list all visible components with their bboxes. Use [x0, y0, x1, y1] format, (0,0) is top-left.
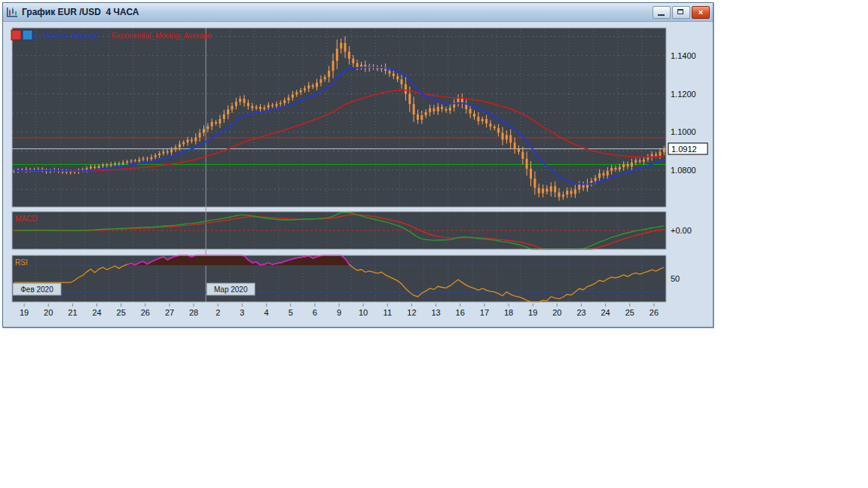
candle-body	[578, 185, 580, 189]
minimize-icon	[658, 14, 665, 16]
candle-body	[328, 71, 330, 77]
macd-zero-tick-label: +0.00	[671, 226, 692, 235]
chart-window: График EUR /USD 4 ЧАСА × Фев 2020Мар 202…	[2, 2, 714, 328]
candle-body	[211, 122, 213, 127]
candle-body	[319, 79, 322, 83]
price-panel[interactable]	[12, 28, 666, 207]
candle-body	[533, 178, 536, 188]
x-axis-label: 27	[165, 308, 174, 317]
month-marker: Мар 2020	[206, 283, 255, 295]
candle-body	[142, 158, 145, 160]
candle-body	[324, 77, 326, 79]
candle-body	[191, 139, 193, 141]
candle-body	[356, 63, 359, 67]
candle-body	[441, 107, 443, 109]
x-axis-label: 19	[528, 308, 537, 317]
x-axis-label: 24	[92, 308, 101, 317]
maximize-icon	[677, 9, 683, 14]
candle-body	[619, 167, 621, 169]
candle-body	[114, 163, 116, 165]
candle-body	[288, 98, 290, 101]
chart-canvas[interactable]: Фев 2020Мар 2020192021242526272823456910…	[3, 22, 708, 326]
candle-body	[396, 76, 399, 79]
x-axis-label: 20	[552, 308, 561, 317]
x-axis-label: 25	[117, 308, 126, 317]
candle-body	[227, 109, 229, 114]
candle-body	[449, 108, 451, 111]
candle-body	[102, 165, 104, 166]
candle-body	[401, 79, 403, 84]
window-title: График EUR /USD 4 ЧАСА	[22, 7, 653, 17]
candle-body	[473, 114, 475, 117]
candle-body	[631, 163, 633, 166]
candle-body	[307, 85, 310, 88]
candle-body	[194, 137, 197, 141]
candle-body	[477, 117, 479, 121]
month-marker-label: Мар 2020	[214, 285, 248, 294]
rsi-panel-label: RSI	[15, 258, 28, 267]
indicator-button-blue[interactable]	[23, 30, 32, 40]
candle-body	[634, 160, 637, 163]
candle-body	[417, 114, 419, 120]
candle-body	[118, 163, 121, 164]
rsi-mid-tick-label: 50	[671, 274, 680, 283]
candle-body	[138, 160, 140, 161]
candle-body	[231, 106, 234, 110]
macd-panel-label: MACD	[15, 215, 37, 223]
candle-body	[582, 185, 585, 188]
candle-body	[199, 133, 201, 137]
candle-body	[295, 93, 298, 95]
candle-body	[469, 109, 472, 114]
candle-body	[283, 100, 286, 103]
minimize-button[interactable]	[653, 6, 671, 19]
candle-body	[206, 127, 209, 130]
candle-body	[86, 169, 88, 170]
candle-body	[594, 178, 597, 181]
x-axis-label: 9	[337, 308, 341, 317]
candle-body	[134, 160, 136, 161]
candle-body	[546, 188, 548, 191]
candle-body	[130, 160, 133, 161]
candle-body	[110, 164, 112, 166]
price-tick-label: 1.1000	[671, 127, 696, 136]
x-axis-label: 12	[407, 308, 416, 317]
x-axis-label: 21	[68, 308, 77, 317]
close-button[interactable]: ×	[692, 6, 710, 19]
candle-body	[90, 167, 92, 169]
candle-body	[659, 152, 662, 156]
candle-body	[502, 133, 504, 139]
candle-body	[93, 167, 96, 169]
window-titlebar[interactable]: График EUR /USD 4 ЧАСА ×	[3, 3, 713, 22]
candle-body	[554, 186, 556, 192]
candle-body	[622, 164, 625, 167]
candle-body	[150, 157, 152, 160]
x-axis-label: 24	[601, 308, 610, 317]
window-controls: ×	[653, 6, 710, 19]
candle-body	[158, 154, 160, 156]
candle-body	[494, 127, 496, 128]
candle-body	[607, 171, 609, 175]
candle-body	[122, 163, 124, 164]
x-axis-label: 16	[456, 308, 465, 317]
window-body: Фев 2020Мар 2020192021242526272823456910…	[3, 22, 713, 327]
candle-body	[506, 135, 508, 139]
candle-body	[259, 107, 261, 109]
x-axis-label: 18	[504, 308, 513, 317]
candle-body	[255, 107, 258, 108]
maximize-button[interactable]	[672, 6, 690, 19]
x-axis-label: 19	[20, 308, 29, 317]
candle-body	[316, 83, 318, 87]
candle-body	[203, 129, 205, 133]
candle-body	[98, 166, 100, 168]
candle-body	[239, 99, 241, 102]
candle-body	[643, 160, 645, 162]
x-axis-label: 11	[384, 308, 392, 317]
candle-body	[558, 193, 561, 197]
candle-body	[437, 107, 439, 111]
last-price-tag: 1.0912	[668, 143, 708, 154]
x-axis-label: 26	[649, 308, 659, 317]
indicator-button-red[interactable]	[11, 30, 21, 40]
candle-body	[336, 49, 338, 61]
month-marker-label: Фев 2020	[20, 285, 53, 294]
x-axis-label: 23	[576, 308, 585, 317]
